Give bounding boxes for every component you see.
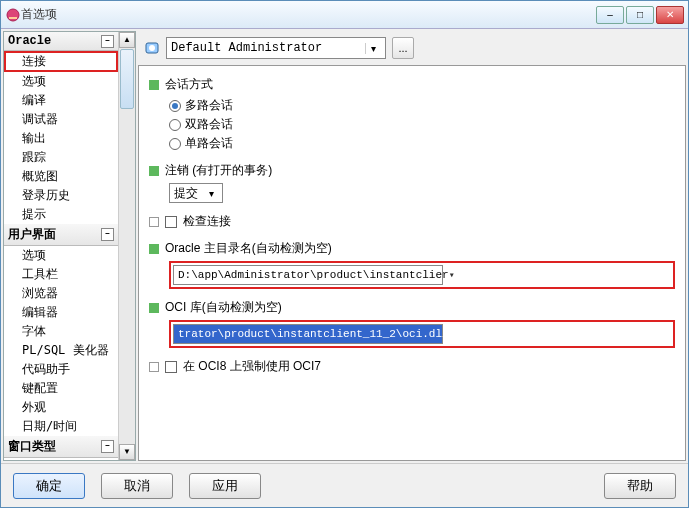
- app-icon: [5, 7, 21, 23]
- radio-icon: [169, 119, 181, 131]
- sidebar-item[interactable]: 登录历史: [4, 186, 118, 205]
- sidebar-section-title: 窗口类型: [8, 438, 56, 455]
- collapse-icon[interactable]: –: [101, 440, 114, 453]
- apply-button[interactable]: 应用: [189, 473, 261, 499]
- preferences-window: 首选项 – □ ✕ Oracle–连接选项编译调试器输出跟踪概览图登录历史提示用…: [0, 0, 689, 508]
- sidebar-item[interactable]: 代码助手: [4, 360, 118, 379]
- logoff-group: 注销 (有打开的事务) 提交 ▾: [149, 162, 675, 203]
- sidebar-tree[interactable]: Oracle–连接选项编译调试器输出跟踪概览图登录历史提示用户界面–选项工具栏浏…: [4, 32, 118, 460]
- force-oci7-label: 在 OCI8 上强制使用 OCI7: [183, 358, 321, 375]
- chevron-down-icon: ▾: [449, 328, 455, 340]
- bullet-icon: [149, 166, 159, 176]
- admin-combo-value: Default Administrator: [171, 41, 322, 55]
- sidebar-section-header[interactable]: Oracle–: [4, 32, 118, 51]
- sidebar-item[interactable]: 字体: [4, 322, 118, 341]
- oracle-home-value: D:\app\Administrator\product\instantclie…: [178, 269, 449, 281]
- sidebar-item[interactable]: PL/SQL 美化器: [4, 341, 118, 360]
- radio-label: 单路会话: [185, 135, 233, 152]
- chevron-down-icon: ▾: [449, 269, 455, 281]
- oracle-home-highlight: D:\app\Administrator\product\instantclie…: [169, 261, 675, 289]
- radio-label: 双路会话: [185, 116, 233, 133]
- sidebar-section-header[interactable]: 窗口类型–: [4, 436, 118, 458]
- svg-point-3: [149, 45, 155, 51]
- sidebar-item[interactable]: 跟踪: [4, 148, 118, 167]
- window-body: Oracle–连接选项编译调试器输出跟踪概览图登录历史提示用户界面–选项工具栏浏…: [1, 29, 688, 463]
- main-area: Default Administrator ▾ ... 会话方式 多路会话双路会…: [138, 31, 686, 461]
- collapse-icon[interactable]: –: [101, 228, 114, 241]
- session-mode-option[interactable]: 单路会话: [169, 135, 675, 152]
- minimize-button[interactable]: –: [596, 6, 624, 24]
- oracle-home-title: Oracle 主目录名(自动检测为空): [165, 240, 332, 257]
- scroll-down-button[interactable]: ▼: [119, 444, 135, 460]
- close-button[interactable]: ✕: [656, 6, 684, 24]
- svg-rect-1: [9, 17, 17, 19]
- logoff-value: 提交: [174, 185, 198, 202]
- sidebar-item[interactable]: 工具栏: [4, 265, 118, 284]
- svg-point-0: [7, 9, 19, 21]
- oci-lib-highlight: trator\product\instantclient_11_2\oci.dl…: [169, 320, 675, 348]
- top-toolbar: Default Administrator ▾ ...: [138, 31, 686, 65]
- oracle-home-group: Oracle 主目录名(自动检测为空) D:\app\Administrator…: [149, 240, 675, 289]
- oracle-home-combo[interactable]: D:\app\Administrator\product\instantclie…: [173, 265, 443, 285]
- sidebar-item[interactable]: 外观: [4, 398, 118, 417]
- oci-lib-value: trator\product\instantclient_11_2\oci.dl…: [178, 328, 449, 340]
- sidebar-item[interactable]: 浏览器: [4, 284, 118, 303]
- help-button[interactable]: 帮助: [604, 473, 676, 499]
- bullet-icon: [149, 80, 159, 90]
- force-oci7-checkbox[interactable]: [165, 361, 177, 373]
- sidebar-item[interactable]: 选项: [4, 72, 118, 91]
- sidebar-item[interactable]: 连接: [4, 51, 118, 72]
- sidebar-item[interactable]: 键配置: [4, 379, 118, 398]
- ok-button[interactable]: 确定: [13, 473, 85, 499]
- check-conn-checkbox[interactable]: [165, 216, 177, 228]
- window-controls: – □ ✕: [596, 6, 684, 24]
- sidebar-section-title: Oracle: [8, 34, 51, 48]
- sidebar-item[interactable]: 提示: [4, 205, 118, 224]
- bullet-icon: [149, 303, 159, 313]
- radio-icon: [169, 138, 181, 150]
- sidebar-item[interactable]: 编译: [4, 91, 118, 110]
- session-mode-title: 会话方式: [165, 76, 213, 93]
- scroll-thumb[interactable]: [120, 49, 134, 109]
- oci-lib-group: OCI 库(自动检测为空) trator\product\instantclie…: [149, 299, 675, 348]
- scroll-track[interactable]: [119, 110, 135, 444]
- chevron-down-icon: ▾: [365, 43, 381, 54]
- bullet-icon: [149, 217, 159, 227]
- settings-panel: 会话方式 多路会话双路会话单路会话 注销 (有打开的事务) 提交 ▾: [138, 65, 686, 461]
- cancel-button[interactable]: 取消: [101, 473, 173, 499]
- sidebar-item[interactable]: 程序窗口: [4, 458, 118, 460]
- check-conn-group: 检查连接: [149, 213, 675, 230]
- radio-label: 多路会话: [185, 97, 233, 114]
- force-oci7-group: 在 OCI8 上强制使用 OCI7: [149, 358, 675, 375]
- session-mode-option[interactable]: 多路会话: [169, 97, 675, 114]
- scroll-up-button[interactable]: ▲: [119, 32, 135, 48]
- more-button[interactable]: ...: [392, 37, 414, 59]
- sidebar-section-title: 用户界面: [8, 226, 56, 243]
- admin-combo[interactable]: Default Administrator ▾: [166, 37, 386, 59]
- check-conn-label: 检查连接: [183, 213, 231, 230]
- session-mode-option[interactable]: 双路会话: [169, 116, 675, 133]
- profile-icon: [144, 40, 160, 56]
- sidebar-section-header[interactable]: 用户界面–: [4, 224, 118, 246]
- sidebar-item[interactable]: 概览图: [4, 167, 118, 186]
- oci-lib-combo[interactable]: trator\product\instantclient_11_2\oci.dl…: [173, 324, 443, 344]
- sidebar-item[interactable]: 编辑器: [4, 303, 118, 322]
- footer: 确定 取消 应用 帮助: [1, 463, 688, 507]
- sidebar-scrollbar[interactable]: ▲ ▼: [118, 32, 135, 460]
- sidebar: Oracle–连接选项编译调试器输出跟踪概览图登录历史提示用户界面–选项工具栏浏…: [3, 31, 136, 461]
- sidebar-item[interactable]: 日期/时间: [4, 417, 118, 436]
- maximize-button[interactable]: □: [626, 6, 654, 24]
- titlebar[interactable]: 首选项 – □ ✕: [1, 1, 688, 29]
- sidebar-item[interactable]: 输出: [4, 129, 118, 148]
- bullet-icon: [149, 362, 159, 372]
- bullet-icon: [149, 244, 159, 254]
- logoff-title: 注销 (有打开的事务): [165, 162, 272, 179]
- session-mode-group: 会话方式 多路会话双路会话单路会话: [149, 76, 675, 152]
- sidebar-item[interactable]: 选项: [4, 246, 118, 265]
- collapse-icon[interactable]: –: [101, 35, 114, 48]
- window-title: 首选项: [21, 6, 596, 23]
- radio-icon: [169, 100, 181, 112]
- chevron-down-icon: ▾: [204, 188, 218, 199]
- logoff-combo[interactable]: 提交 ▾: [169, 183, 223, 203]
- sidebar-item[interactable]: 调试器: [4, 110, 118, 129]
